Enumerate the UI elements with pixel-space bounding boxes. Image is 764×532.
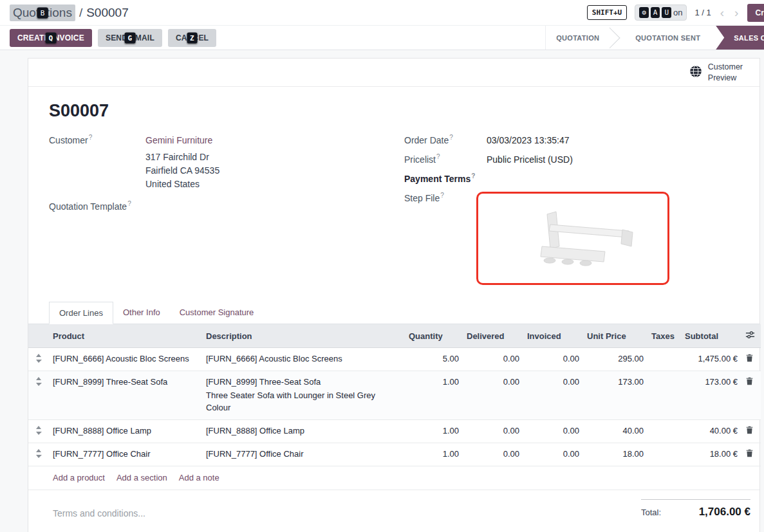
- delete-row-icon[interactable]: [745, 449, 754, 459]
- product-cell[interactable]: [FURN_8999] Three-Seat Sofa: [49, 371, 202, 420]
- delivered-cell[interactable]: 0.00: [463, 420, 523, 443]
- statusbar: QUOTATION QUOTATION SENT SALES ORDER: [545, 26, 764, 50]
- total-label: Total:: [641, 508, 661, 517]
- drag-handle-icon[interactable]: [35, 449, 42, 460]
- statusbar-step-sales-order[interactable]: SALES ORDER: [716, 26, 764, 50]
- quantity-cell[interactable]: 1.00: [405, 443, 463, 466]
- subtotal-cell: 40.00 €: [681, 420, 741, 443]
- product-cell[interactable]: [FURN_8888] Office Lamp: [49, 420, 202, 443]
- help-icon: ?: [127, 200, 131, 207]
- description-cell[interactable]: [FURN_7777] Office Chair: [202, 443, 405, 466]
- product-cell[interactable]: [FURN_6666] Acoustic Bloc Screens: [49, 348, 202, 371]
- optional-columns-icon[interactable]: [741, 324, 761, 348]
- pager-count: 1 / 1: [694, 8, 711, 17]
- help-icon: ?: [89, 134, 93, 141]
- breadcrumb-item-quotations[interactable]: Quotations B: [10, 5, 75, 21]
- tab-order-lines[interactable]: Order Lines: [49, 302, 113, 324]
- invoiced-cell[interactable]: 0.00: [523, 443, 583, 466]
- customer-address: 317 Fairchild Dr Fairfield CA 94535 Unit…: [145, 151, 404, 191]
- statusbar-chevron-separator: [610, 26, 625, 50]
- breadcrumb-parent-label: Quotations: [13, 6, 72, 19]
- globe-icon: [689, 65, 702, 80]
- step-file-field-label: Step File?: [404, 192, 487, 203]
- quantity-cell[interactable]: 1.00: [405, 371, 463, 420]
- product-column-header: Product: [49, 324, 202, 348]
- table-row[interactable]: [FURN_8888] Office Lamp [FURN_8888] Offi…: [28, 420, 761, 443]
- action-button-label: on: [673, 8, 682, 17]
- notebook-tabs: Order Lines Other Info Customer Signatur…: [28, 302, 759, 324]
- address-line: Fairfield CA 94535: [145, 164, 404, 178]
- delete-row-icon[interactable]: [745, 354, 754, 364]
- action-menu-button[interactable]: ⚙ A U on: [635, 5, 687, 21]
- statusbar-step-label: QUOTATION SENT: [635, 34, 700, 42]
- add-a-note-link[interactable]: Add a note: [179, 473, 219, 482]
- pager-previous-button[interactable]: ‹: [719, 6, 725, 20]
- unit-price-cell[interactable]: 295.00: [583, 348, 648, 371]
- drag-handle-icon[interactable]: [35, 426, 42, 437]
- unit-price-cell[interactable]: 173.00: [583, 371, 648, 420]
- send-email-label: SEND EMAIL: [106, 33, 154, 42]
- invoiced-cell[interactable]: 0.00: [523, 348, 583, 371]
- send-email-button[interactable]: SEND EMAIL G: [98, 29, 162, 47]
- terms-and-conditions-placeholder[interactable]: Terms and conditions...: [53, 499, 145, 518]
- subtotal-column-header: Subtotal: [681, 324, 741, 348]
- table-row[interactable]: [FURN_7777] Office Chair [FURN_7777] Off…: [28, 443, 761, 466]
- invoiced-cell[interactable]: 0.00: [523, 371, 583, 420]
- step-file-image[interactable]: [476, 192, 669, 285]
- pager-next-button[interactable]: ›: [733, 6, 740, 20]
- order-date-field-value[interactable]: 03/03/2023 13:35:47: [487, 135, 569, 145]
- customer-preview-label-line2: Preview: [708, 73, 736, 82]
- delivered-cell[interactable]: 0.00: [463, 443, 523, 466]
- tab-other-info[interactable]: Other Info: [113, 302, 170, 324]
- invoiced-column-header: Invoiced: [523, 324, 583, 348]
- taxes-cell[interactable]: [648, 420, 681, 443]
- customer-field-value[interactable]: Gemini Furniture: [145, 135, 212, 145]
- unit-price-cell[interactable]: 40.00: [583, 420, 648, 443]
- quantity-column-header: Quantity: [405, 324, 463, 348]
- description-cell[interactable]: [FURN_6666] Acoustic Bloc Screens: [202, 348, 405, 371]
- delivered-cell[interactable]: 0.00: [463, 371, 523, 420]
- add-a-product-link[interactable]: Add a product: [53, 473, 105, 482]
- help-icon: ?: [471, 172, 475, 179]
- form-sheet: Customer Preview S00007 Customer? Gemini…: [28, 58, 760, 532]
- quantity-cell[interactable]: 1.00: [405, 420, 463, 443]
- pricelist-field-label: Pricelist?: [404, 153, 487, 165]
- statusbar-step-quotation-sent[interactable]: QUOTATION SENT: [625, 26, 711, 50]
- create-invoice-button[interactable]: CREATE INVOICE Q: [10, 29, 92, 47]
- quantity-cell[interactable]: 5.00: [405, 348, 463, 371]
- address-line: 317 Fairchild Dr: [145, 151, 404, 164]
- tab-customer-signature[interactable]: Customer Signature: [170, 302, 264, 324]
- description-cell[interactable]: [FURN_8999] Three-Seat Sofa Three Seater…: [202, 371, 405, 420]
- table-row[interactable]: [FURN_6666] Acoustic Bloc Screens [FURN_…: [28, 348, 761, 371]
- order-lines-table: Product Description Quantity Delivered I…: [28, 324, 761, 466]
- topbar-right-controls: SHIFT+U ⚙ A U on 1 / 1 ‹ › Create: [587, 4, 754, 22]
- invoiced-cell[interactable]: 0.00: [523, 420, 583, 443]
- description-column-header: Description: [202, 324, 405, 348]
- table-row[interactable]: [FURN_8999] Three-Seat Sofa [FURN_8999] …: [28, 371, 761, 420]
- product-cell[interactable]: [FURN_7777] Office Chair: [49, 443, 202, 466]
- drag-handle-icon[interactable]: [35, 354, 42, 365]
- subtotal-cell: 173.00 €: [681, 371, 741, 420]
- delivered-cell[interactable]: 0.00: [463, 348, 523, 371]
- taxes-cell[interactable]: [648, 371, 681, 420]
- cancel-button[interactable]: CANCEL Z: [168, 29, 216, 47]
- breadcrumb-current: S00007: [86, 6, 129, 20]
- statusbar-step-quotation[interactable]: QUOTATION: [546, 26, 610, 50]
- create-button[interactable]: Create: [747, 4, 764, 22]
- pricelist-field-value[interactable]: Public Pricelist (USD): [487, 154, 573, 165]
- unit-price-cell[interactable]: 18.00: [583, 443, 648, 466]
- taxes-cell[interactable]: [648, 443, 681, 466]
- customer-preview-button[interactable]: Customer Preview: [689, 62, 743, 83]
- drag-handle-icon[interactable]: [35, 377, 42, 388]
- subtotal-cell: 18.00 €: [681, 443, 741, 466]
- description-cell[interactable]: [FURN_8888] Office Lamp: [202, 420, 405, 443]
- breadcrumb-separator: /: [79, 6, 82, 20]
- delete-row-icon[interactable]: [745, 377, 754, 387]
- hotkey-badge-a: A: [651, 7, 660, 18]
- taxes-column-header: Taxes: [648, 324, 681, 348]
- create-invoice-label: CREATE INVOICE: [17, 33, 84, 42]
- total-value: 1,706.00 €: [699, 506, 750, 518]
- taxes-cell[interactable]: [648, 348, 681, 371]
- add-a-section-link[interactable]: Add a section: [116, 473, 167, 482]
- delete-row-icon[interactable]: [745, 426, 754, 436]
